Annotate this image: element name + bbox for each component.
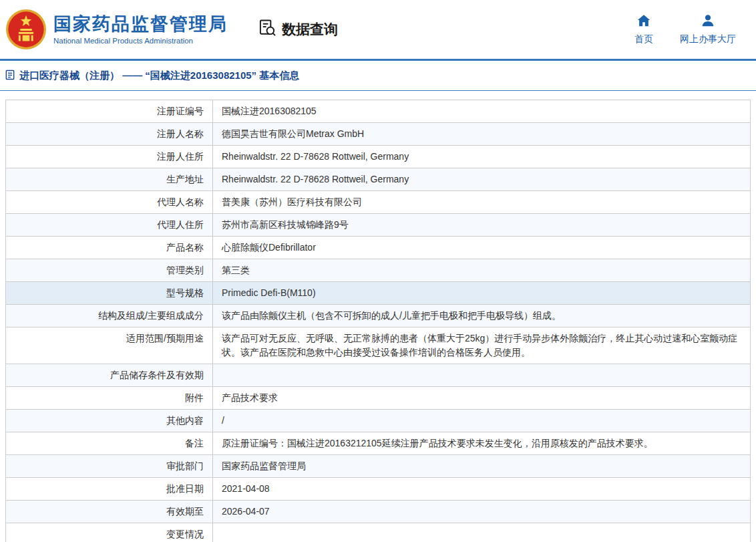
row-label: 有效期至 bbox=[6, 501, 213, 523]
row-value: 国家药品监督管理局 bbox=[213, 455, 750, 477]
home-icon bbox=[636, 13, 651, 30]
row-label: 代理人住所 bbox=[6, 214, 213, 236]
table-row: 管理类别第三类 bbox=[6, 259, 750, 282]
data-query-icon bbox=[258, 19, 276, 40]
data-query-label: 数据查询 bbox=[282, 20, 338, 39]
row-label: 产品名称 bbox=[6, 237, 213, 259]
table-row: 变更情况 bbox=[6, 523, 750, 542]
row-label: 注册人住所 bbox=[6, 146, 213, 168]
person-icon bbox=[701, 13, 715, 30]
row-value: 原注册证编号：国械注进20163212105延续注册产品技术要求未发生变化，沿用… bbox=[213, 432, 750, 454]
nav-service-hall[interactable]: 网上办事大厅 bbox=[680, 13, 736, 45]
brand-text: 国家药品监督管理局 National Medical Products Admi… bbox=[53, 14, 228, 45]
table-row: 代理人名称普美康（苏州）医疗科技有限公司 bbox=[6, 191, 750, 214]
table-row: 注册人名称德国昊吉世有限公司Metrax GmbH bbox=[6, 123, 750, 146]
nav-service-hall-label: 网上办事大厅 bbox=[680, 33, 736, 45]
org-name: 国家药品监督管理局 bbox=[53, 14, 228, 35]
row-label: 注册人名称 bbox=[6, 123, 213, 145]
row-label: 批准日期 bbox=[6, 478, 213, 500]
row-value: 苏州市高新区科技城锦峰路9号 bbox=[213, 214, 750, 236]
org-name-en: National Medical Products Administration bbox=[53, 37, 228, 45]
table-row: 附件产品技术要求 bbox=[6, 387, 750, 410]
table-row: 注册证编号国械注进20163082105 bbox=[6, 100, 750, 123]
data-query-heading: 数据查询 bbox=[258, 19, 338, 40]
top-nav: 首页 网上办事大厅 bbox=[634, 13, 736, 45]
row-value: Rheinwaldstr. 22 D-78628 Rottweil, Germa… bbox=[213, 146, 750, 168]
table-row: 有效期至2026-04-07 bbox=[6, 501, 750, 523]
nav-home[interactable]: 首页 bbox=[634, 13, 653, 45]
row-label: 适用范围/预期用途 bbox=[6, 327, 213, 364]
row-label: 其他内容 bbox=[6, 410, 213, 432]
nav-home-label: 首页 bbox=[634, 33, 653, 45]
brand: 国家药品监督管理局 National Medical Products Admi… bbox=[5, 9, 228, 50]
row-label: 产品储存条件及有效期 bbox=[6, 364, 213, 386]
row-label: 结构及组成/主要组成成分 bbox=[6, 305, 213, 327]
row-value bbox=[213, 364, 750, 386]
row-label: 代理人名称 bbox=[6, 191, 213, 213]
registration-info-table: 注册证编号国械注进20163082105注册人名称德国昊吉世有限公司Metrax… bbox=[5, 100, 751, 542]
table-row: 审批部门国家药品监督管理局 bbox=[6, 455, 750, 478]
row-label: 变更情况 bbox=[6, 523, 213, 542]
row-value: Primedic Defi-B(M110) bbox=[213, 282, 750, 304]
document-icon bbox=[5, 70, 15, 82]
row-value: 国械注进20163082105 bbox=[213, 100, 750, 122]
row-value: 第三类 bbox=[213, 259, 750, 281]
table-row: 批准日期2021-04-08 bbox=[6, 478, 750, 501]
row-value: Rheinwaldstr. 22 D-78628 Rottweil, Germa… bbox=[213, 168, 750, 190]
breadcrumb-text: 进口医疗器械（注册） —— “国械注进20163082105” 基本信息 bbox=[19, 70, 299, 82]
table-row: 产品名称心脏除颤仪Defibrillator bbox=[6, 237, 750, 259]
table-row: 结构及组成/主要组成成分该产品由除颤仪主机（包含不可拆卸的成人/儿童把手电极和把… bbox=[6, 305, 750, 327]
row-label: 管理类别 bbox=[6, 259, 213, 281]
table-row: 生产地址Rheinwaldstr. 22 D-78628 Rottweil, G… bbox=[6, 168, 750, 191]
row-label: 型号规格 bbox=[6, 282, 213, 304]
table-row: 备注原注册证编号：国械注进20163212105延续注册产品技术要求未发生变化，… bbox=[6, 432, 750, 455]
row-label: 注册证编号 bbox=[6, 100, 213, 122]
row-label: 生产地址 bbox=[6, 168, 213, 190]
row-value: 心脏除颤仪Defibrillator bbox=[213, 237, 750, 259]
table-row: 产品储存条件及有效期 bbox=[6, 364, 750, 387]
site-header: 国家药品监督管理局 National Medical Products Admi… bbox=[0, 0, 756, 59]
row-value: 该产品可对无反应、无呼吸、无正常脉搏的患者（体重大于25kg）进行手动异步体外除… bbox=[213, 327, 750, 364]
row-value: 2021-04-08 bbox=[213, 478, 750, 500]
row-value: 该产品由除颤仪主机（包含不可拆卸的成人/儿童把手电极和把手电极导线）组成。 bbox=[213, 305, 750, 327]
row-label: 附件 bbox=[6, 387, 213, 409]
row-value: 德国昊吉世有限公司Metrax GmbH bbox=[213, 123, 750, 145]
row-value: 产品技术要求 bbox=[213, 387, 750, 409]
row-label: 审批部门 bbox=[6, 455, 213, 477]
row-value: 普美康（苏州）医疗科技有限公司 bbox=[213, 191, 750, 213]
row-label: 备注 bbox=[6, 432, 213, 454]
table-row: 注册人住所Rheinwaldstr. 22 D-78628 Rottweil, … bbox=[6, 146, 750, 168]
row-value: 2026-04-07 bbox=[213, 501, 750, 523]
breadcrumb: 进口医疗器械（注册） —— “国械注进20163082105” 基本信息 bbox=[0, 61, 756, 91]
row-value: / bbox=[213, 410, 750, 432]
table-row: 适用范围/预期用途该产品可对无反应、无呼吸、无正常脉搏的患者（体重大于25kg）… bbox=[6, 327, 750, 364]
table-row: 代理人住所苏州市高新区科技城锦峰路9号 bbox=[6, 214, 750, 237]
row-value bbox=[213, 523, 750, 542]
table-row: 型号规格Primedic Defi-B(M110) bbox=[6, 282, 750, 305]
national-emblem-logo bbox=[5, 9, 47, 50]
table-row: 其他内容/ bbox=[6, 410, 750, 432]
